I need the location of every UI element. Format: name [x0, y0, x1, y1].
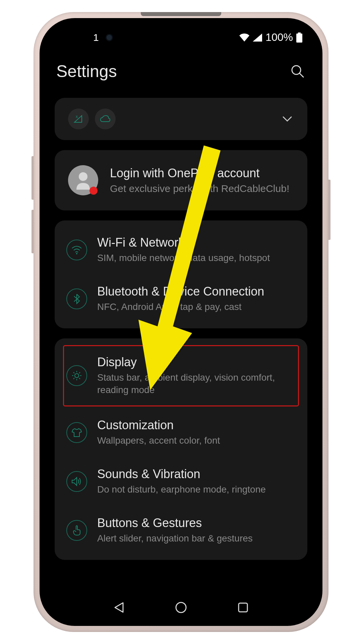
item-subtitle: NFC, Android Auto, tap & pay, cast: [97, 301, 296, 313]
item-title: Customization: [97, 418, 296, 432]
notification-badge: [89, 187, 98, 195]
svg-point-6: [79, 172, 87, 181]
recent-square-icon: [238, 602, 248, 613]
account-title: Login with OnePlus account: [110, 166, 289, 180]
svg-line-15: [73, 378, 74, 379]
settings-group-network: Wi-Fi & Network SIM, mobile network, dat…: [55, 220, 307, 328]
svg-rect-2: [296, 34, 302, 43]
svg-point-18: [176, 602, 186, 613]
signal-off-icon: x: [73, 114, 84, 124]
settings-item-wifi[interactable]: Wi-Fi & Network SIM, mobile network, dat…: [55, 226, 307, 274]
nav-home-button[interactable]: [174, 601, 188, 614]
status-bar: 1 x 100%: [40, 18, 322, 48]
svg-point-7: [76, 253, 77, 254]
wifi-network-icon: [66, 240, 87, 260]
header: Settings: [40, 48, 322, 98]
item-subtitle: Alert slider, navigation bar & gestures: [97, 532, 296, 545]
content: x Login wit: [40, 98, 322, 560]
status-right: x 100%: [239, 31, 302, 44]
settings-item-bluetooth[interactable]: Bluetooth & Device Connection NFC, Andro…: [55, 274, 307, 323]
brightness-icon: [66, 365, 87, 386]
phone-volume-down: [32, 210, 34, 253]
phone-notch: [141, 12, 221, 16]
settings-group-device: Display Status bar, ambient display, vis…: [55, 338, 307, 560]
svg-line-16: [79, 372, 80, 373]
svg-point-8: [75, 374, 79, 378]
person-icon: [75, 171, 92, 190]
expand-toggle[interactable]: [281, 112, 294, 126]
search-button[interactable]: [290, 63, 306, 79]
account-login-card[interactable]: Login with OnePlus account Get exclusive…: [55, 150, 307, 210]
settings-item-sounds[interactable]: Sounds & Vibration Do not disturb, earph…: [55, 457, 307, 506]
item-title: Buttons & Gestures: [97, 516, 296, 530]
front-camera: [106, 34, 113, 41]
quick-toggles-card[interactable]: x: [55, 98, 307, 140]
item-subtitle: SIM, mobile network, data usage, hotspot: [97, 252, 296, 264]
item-title: Sounds & Vibration: [97, 467, 296, 481]
home-circle-icon: [175, 601, 187, 614]
chevron-down-icon: [282, 116, 293, 122]
item-subtitle: Status bar, ambient display, vision comf…: [97, 371, 296, 397]
svg-text:x: x: [76, 114, 78, 119]
page-title: Settings: [56, 62, 117, 81]
status-left: 1: [93, 32, 113, 43]
account-subtitle: Get exclusive perks with RedCableClub!: [110, 183, 289, 194]
touch-icon: [66, 520, 87, 541]
svg-rect-19: [239, 603, 247, 612]
phone-power-button: [328, 180, 330, 240]
speaker-icon: [66, 471, 87, 492]
back-triangle-icon: [114, 601, 124, 614]
nav-back-button[interactable]: [112, 601, 126, 614]
item-subtitle: Do not disturb, earphone mode, ringtone: [97, 483, 296, 496]
wifi-icon: [239, 34, 249, 42]
avatar: [68, 165, 98, 195]
navigation-bar: [40, 589, 322, 626]
phone-frame: 1 x 100% Settings: [34, 12, 328, 632]
quick-signal-toggle[interactable]: x: [68, 109, 89, 129]
item-title: Display: [97, 355, 296, 369]
svg-line-4: [300, 73, 303, 77]
settings-item-buttons[interactable]: Buttons & Gestures Alert slider, navigat…: [55, 506, 307, 555]
screen: 1 x 100% Settings: [40, 18, 322, 626]
quick-icons: x: [68, 109, 116, 129]
svg-rect-1: [298, 33, 301, 34]
phone-volume-up: [32, 156, 34, 200]
settings-item-display[interactable]: Display Status bar, ambient display, vis…: [63, 345, 299, 407]
account-text: Login with OnePlus account Get exclusive…: [110, 166, 289, 194]
battery-icon: [296, 33, 302, 43]
battery-percent: 100%: [265, 31, 293, 44]
notification-count: 1: [93, 32, 99, 43]
item-title: Bluetooth & Device Connection: [97, 284, 296, 299]
item-subtitle: Wallpapers, accent color, font: [97, 434, 296, 447]
svg-text:x: x: [255, 34, 257, 38]
svg-line-14: [79, 378, 80, 379]
search-icon: [291, 64, 305, 78]
item-title: Wi-Fi & Network: [97, 236, 296, 250]
svg-line-13: [73, 372, 74, 373]
quick-cloud-toggle[interactable]: [95, 109, 116, 129]
cloud-icon: [100, 115, 111, 123]
tshirt-icon: [66, 422, 87, 443]
signal-icon: x: [253, 34, 262, 42]
nav-recent-button[interactable]: [236, 601, 250, 614]
settings-item-customization[interactable]: Customization Wallpapers, accent color, …: [55, 408, 307, 457]
bluetooth-icon: [66, 288, 87, 309]
